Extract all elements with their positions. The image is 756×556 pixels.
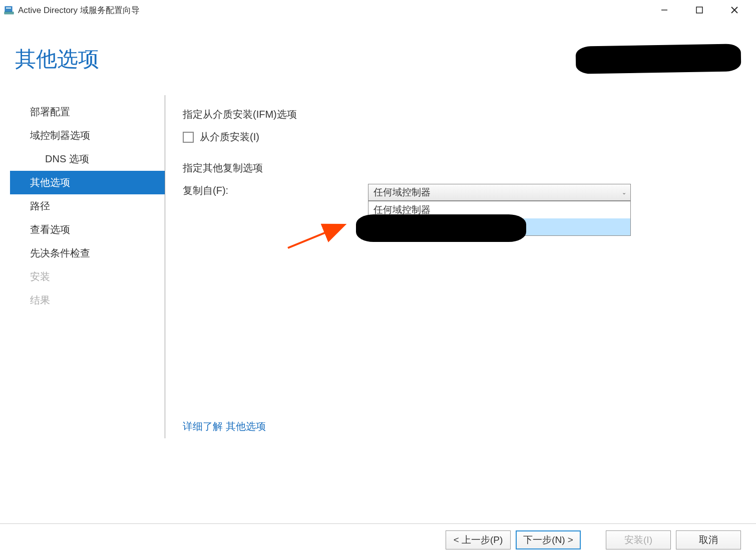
previous-button[interactable]: < 上一步(P) xyxy=(446,530,511,549)
next-button[interactable]: 下一步(N) > xyxy=(516,530,581,549)
chevron-down-icon: ⌄ xyxy=(622,189,626,196)
sidebar-item-deployment[interactable]: 部署配置 xyxy=(10,100,165,124)
sidebar-item-review-options[interactable]: 查看选项 xyxy=(10,218,165,241)
dropdown-list: 任何域控制器 xyxy=(368,201,631,236)
sidebar-item-dc-options[interactable]: 域控制器选项 xyxy=(10,124,165,147)
replication-section-label: 指定其他复制选项 xyxy=(183,161,746,175)
sidebar-item-dns-options[interactable]: DNS 选项 xyxy=(10,147,165,171)
maximize-button[interactable] xyxy=(692,3,707,18)
titlebar: Active Directory 域服务配置向导 xyxy=(0,0,756,20)
svg-rect-4 xyxy=(696,7,702,13)
ifm-checkbox[interactable] xyxy=(183,132,194,143)
replicate-from-dropdown[interactable]: 任何域控制器 ⌄ xyxy=(368,184,631,201)
svg-rect-0 xyxy=(5,7,12,12)
minimize-button[interactable] xyxy=(657,3,672,18)
server-manager-icon xyxy=(4,5,14,15)
replicate-from-row: 复制自(F): 任何域控制器 ⌄ 任何域控制器 xyxy=(183,184,746,201)
sidebar-item-paths[interactable]: 路径 xyxy=(10,194,165,218)
wizard-footer: < 上一步(P) 下一步(N) > 安装(I) 取消 xyxy=(0,523,756,551)
redacted-dc-name xyxy=(356,214,526,242)
sidebar-item-prerequisites[interactable]: 先决条件检查 xyxy=(10,241,165,265)
svg-rect-1 xyxy=(6,8,11,9)
svg-line-8 xyxy=(288,225,343,248)
svg-rect-2 xyxy=(5,12,14,14)
replicate-from-label: 复制自(F): xyxy=(183,184,368,197)
help-link[interactable]: 详细了解 其他选项 xyxy=(183,420,266,433)
cancel-button[interactable]: 取消 xyxy=(676,530,741,549)
sidebar-item-installation: 安装 xyxy=(10,265,165,289)
main-content: 部署配置 域控制器选项 DNS 选项 其他选项 路径 查看选项 先决条件检查 安… xyxy=(0,95,756,438)
sidebar-item-additional-options[interactable]: 其他选项 xyxy=(10,171,165,194)
page-title: 其他选项 xyxy=(15,45,99,73)
ifm-checkbox-label: 从介质安装(I) xyxy=(200,130,259,144)
content-area: 指定从介质安装(IFM)选项 从介质安装(I) 指定其他复制选项 复制自(F):… xyxy=(165,95,746,438)
ifm-section-label: 指定从介质安装(IFM)选项 xyxy=(183,108,746,121)
redacted-server-name xyxy=(576,44,741,74)
window-title: Active Directory 域服务配置向导 xyxy=(18,5,140,16)
close-button[interactable] xyxy=(727,3,742,18)
target-server-info: 各器 xyxy=(571,45,741,75)
page-header: 其他选项 各器 xyxy=(0,20,756,95)
dropdown-selected-text: 任何域控制器 xyxy=(373,186,431,199)
replicate-from-dropdown-wrap: 任何域控制器 ⌄ 任何域控制器 xyxy=(368,184,631,201)
sidebar-item-results: 结果 xyxy=(10,289,165,312)
window-controls xyxy=(657,3,752,18)
install-button: 安装(I) xyxy=(606,530,671,549)
dropdown-option-specific-dc[interactable] xyxy=(368,218,630,235)
ifm-checkbox-row: 从介质安装(I) xyxy=(183,130,746,144)
wizard-steps-sidebar: 部署配置 域控制器选项 DNS 选项 其他选项 路径 查看选项 先决条件检查 安… xyxy=(10,95,165,438)
annotation-arrow xyxy=(285,218,350,253)
